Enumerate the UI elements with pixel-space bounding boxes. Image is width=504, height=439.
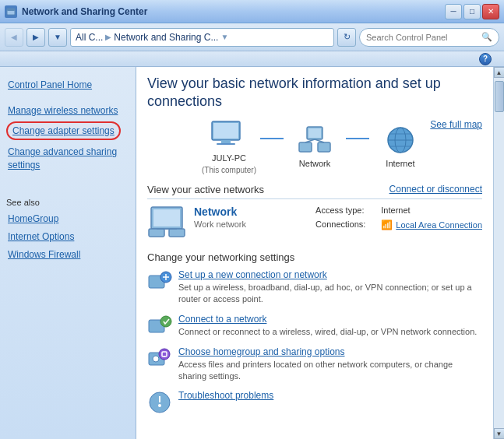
settings-text-2: Choose homegroup and sharing options Acc…	[178, 346, 482, 383]
back-icon: ◀	[11, 33, 17, 41]
search-input[interactable]	[366, 33, 478, 42]
svg-rect-5	[217, 143, 235, 145]
title-bar: Network and Sharing Center ─ □ ✕	[0, 0, 504, 23]
title-bar-left: Network and Sharing Center	[5, 5, 147, 18]
minimize-button[interactable]: ─	[445, 4, 462, 19]
scroll-thumb[interactable]	[495, 81, 504, 112]
sidebar-item-wireless-networks[interactable]: Manage wireless networks	[6, 102, 129, 120]
settings-text-1: Connect to a network Connect or reconnec…	[178, 314, 482, 338]
sidebar-item-internet-options[interactable]: Internet Options	[6, 228, 129, 246]
back-button[interactable]: ◀	[5, 28, 23, 47]
active-networks-header: View your active networks Connect or dis…	[147, 184, 482, 199]
breadcrumb-dropdown: ▼	[220, 33, 228, 41]
settings-text-0: Set up a new connection or network Set u…	[178, 269, 482, 306]
see-full-map-link[interactable]: See full map	[430, 119, 482, 130]
dropdown-icon: ▼	[54, 33, 62, 41]
settings-link-2[interactable]: Choose homegroup and sharing options	[178, 346, 482, 357]
settings-icon-0	[147, 269, 172, 294]
search-bar[interactable]: 🔍	[359, 28, 499, 47]
main-container: Control Panel Home Manage wireless netwo…	[0, 67, 504, 439]
window-controls: ─ □ ✕	[445, 4, 499, 19]
connector-2	[346, 138, 369, 139]
refresh-icon: ↻	[344, 32, 351, 42]
svg-point-31	[153, 356, 159, 362]
window-title: Network and Sharing Center	[22, 6, 147, 17]
forward-button[interactable]: ▶	[26, 28, 45, 47]
svg-rect-18	[153, 209, 180, 227]
connections-label: Connections:	[315, 220, 365, 229]
svg-rect-19	[149, 229, 164, 237]
sidebar-item-control-panel-home[interactable]: Control Panel Home	[6, 76, 129, 94]
access-type-label: Access type:	[315, 205, 365, 215]
networking-settings-title: Change your networking settings	[147, 251, 482, 263]
close-button[interactable]: ✕	[482, 4, 499, 19]
settings-desc-2: Access files and printers located on oth…	[178, 360, 453, 381]
svg-rect-20	[169, 229, 185, 237]
content-area: View your basic network information and …	[136, 67, 493, 439]
scroll-track[interactable]	[494, 78, 504, 428]
scroll-down-button[interactable]: ▼	[494, 428, 505, 439]
breadcrumb-sep1: ▶	[105, 33, 111, 41]
svg-point-37	[158, 404, 161, 407]
svg-rect-7	[308, 128, 321, 138]
settings-item-0: Set up a new connection or network Set u…	[147, 269, 482, 306]
network-icon	[295, 125, 334, 156]
svg-rect-8	[299, 142, 312, 152]
settings-item-3: Troubleshoot problems	[147, 390, 482, 415]
settings-icon-3	[147, 390, 172, 415]
node-internet: Internet	[369, 125, 432, 168]
scroll-up-button[interactable]: ▲	[494, 67, 505, 78]
connections-wifi-icon: 📶	[381, 220, 393, 230]
window-icon	[5, 5, 17, 18]
network-map: JULY-PC (This computer) Network	[147, 119, 482, 174]
maximize-button[interactable]: □	[463, 4, 481, 19]
settings-text-3: Troubleshoot problems	[178, 390, 482, 402]
refresh-button[interactable]: ↻	[337, 28, 356, 47]
scrollbar[interactable]: ▲ ▼	[493, 67, 504, 439]
svg-rect-4	[221, 140, 231, 143]
sidebar-item-windows-firewall[interactable]: Windows Firewall	[6, 246, 129, 264]
node-computer-sublabel: (This computer)	[202, 166, 256, 174]
svg-point-29	[160, 316, 171, 327]
page-title: View your basic network information and …	[147, 75, 482, 111]
settings-link-1[interactable]: Connect to a network	[178, 314, 482, 325]
active-network-icon	[147, 205, 186, 241]
settings-desc-0: Set up a wireless, broadband, dial-up, a…	[178, 283, 472, 304]
see-also-title: See also	[6, 198, 129, 207]
forward-icon: ▶	[33, 33, 39, 41]
network-details: Network Work network	[194, 205, 308, 234]
sidebar-item-advanced-sharing[interactable]: Change advanced sharing settings	[6, 143, 129, 174]
node-network: Network	[284, 125, 346, 168]
connections-value[interactable]: Local Area Connection	[396, 220, 482, 230]
connector-1	[260, 138, 284, 139]
settings-icon-2	[147, 346, 172, 371]
node-computer: JULY-PC (This computer)	[198, 119, 260, 174]
active-networks-title: View your active networks	[147, 184, 264, 195]
sidebar-item-change-adapter[interactable]: Change adapter settings	[6, 121, 121, 141]
settings-link-0[interactable]: Set up a new connection or network	[178, 269, 482, 280]
breadcrumb[interactable]: All C... ▶ Network and Sharing C... ▼	[70, 28, 334, 47]
prop-col-values: Internet 📶 Local Area Connection	[381, 205, 482, 230]
settings-desc-1: Connect or reconnect to a wireless, wire…	[178, 327, 477, 336]
sidebar: Control Panel Home Manage wireless netwo…	[0, 67, 136, 439]
node-network-label: Network	[299, 159, 330, 168]
sidebar-item-homegroup[interactable]: HomeGroup	[6, 210, 129, 228]
svg-rect-1	[7, 9, 15, 11]
svg-point-32	[159, 349, 170, 360]
node-computer-label: JULY-PC	[212, 153, 246, 163]
node-internet-label: Internet	[386, 159, 414, 168]
svg-rect-9	[318, 142, 330, 152]
settings-link-3[interactable]: Troubleshoot problems	[178, 390, 482, 401]
breadcrumb-part1: All C...	[76, 32, 103, 43]
help-button[interactable]: ?	[479, 53, 492, 65]
network-properties: Access type: Connections: Internet 📶 Loc…	[315, 205, 482, 230]
help-area: ?	[0, 51, 504, 67]
computer-icon	[210, 119, 248, 150]
dropdown-button[interactable]: ▼	[48, 28, 67, 47]
search-icon: 🔍	[481, 32, 492, 42]
network-type: Work network	[194, 220, 308, 229]
address-bar: ◀ ▶ ▼ All C... ▶ Network and Sharing C..…	[0, 23, 504, 51]
settings-item-1: Connect to a network Connect or reconnec…	[147, 314, 482, 339]
connect-disconnect-link[interactable]: Connect or disconnect	[389, 184, 482, 195]
network-name: Network	[194, 205, 308, 218]
